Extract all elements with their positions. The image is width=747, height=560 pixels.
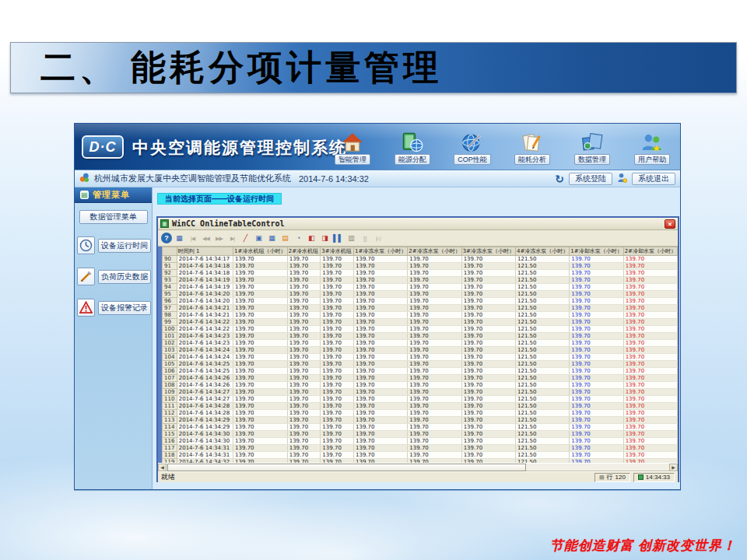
export-end-icon[interactable]: ◨ bbox=[319, 233, 331, 244]
first-row-icon[interactable]: |◀ bbox=[187, 233, 198, 244]
table-row[interactable]: 1082014-7-6 14:34:26139.70139.70139.7013… bbox=[163, 382, 678, 389]
row-number-cell[interactable]: 107 bbox=[163, 375, 177, 382]
table-row[interactable]: 982014-7-6 14:34:21139.70139.70139.70139… bbox=[163, 312, 678, 319]
system-logout-button[interactable]: 系统退出 bbox=[632, 173, 675, 185]
table-row[interactable]: 1032014-7-6 14:34:24139.70139.70139.7013… bbox=[163, 347, 678, 354]
next-page-icon[interactable]: ▶▶ bbox=[213, 233, 225, 244]
collapse-icon[interactable]: |◁ bbox=[372, 233, 384, 244]
table-row[interactable]: 1042014-7-6 14:34:24139.70139.70139.7013… bbox=[163, 354, 678, 361]
row-number-cell[interactable]: 109 bbox=[163, 389, 177, 396]
table-row[interactable]: 902014-7-6 14:34:17139.70139.70139.70139… bbox=[163, 256, 678, 263]
table-row[interactable]: 1012014-7-6 14:34:23139.70139.70139.7013… bbox=[163, 333, 678, 340]
select-columns-icon[interactable]: ▦ bbox=[266, 233, 278, 244]
row-number-cell[interactable]: 106 bbox=[163, 368, 177, 375]
archive-icon[interactable]: ▤ bbox=[279, 233, 291, 244]
column-header[interactable]: 2#冷冻水泵（小时） bbox=[408, 247, 461, 256]
row-number-cell[interactable]: 108 bbox=[163, 382, 177, 389]
row-number-cell[interactable]: 111 bbox=[163, 403, 177, 410]
table-row[interactable]: 1132014-7-6 14:34:29139.70139.70139.7013… bbox=[163, 417, 678, 424]
column-header[interactable]: 时间列 1 bbox=[177, 247, 233, 256]
time-range-icon[interactable]: ◔ bbox=[293, 233, 304, 244]
help-icon[interactable]: ? bbox=[161, 233, 172, 243]
table-row[interactable]: 922014-7-6 14:34:18139.70139.70139.70139… bbox=[163, 270, 678, 277]
table-row[interactable]: 952014-7-6 14:34:20139.70139.70139.70139… bbox=[163, 291, 678, 298]
table-row[interactable]: 1142014-7-6 14:34:29139.70139.70139.7013… bbox=[163, 424, 678, 431]
row-number-cell[interactable]: 112 bbox=[163, 410, 177, 417]
table-row[interactable]: 1102014-7-6 14:34:27139.70139.70139.7013… bbox=[163, 396, 678, 403]
table-config-icon[interactable]: ▦ bbox=[174, 233, 185, 244]
expand-icon[interactable]: [·] bbox=[359, 233, 370, 244]
row-number-cell[interactable]: 118 bbox=[163, 452, 177, 459]
row-number-cell[interactable]: 116 bbox=[163, 438, 177, 445]
table-row[interactable]: 1152014-7-6 14:34:30139.70139.70139.7013… bbox=[163, 431, 678, 438]
print-icon[interactable]: ▥ bbox=[345, 233, 357, 244]
column-header[interactable]: 4#冷冻水泵（小时） bbox=[515, 247, 569, 256]
row-number-cell[interactable]: 100 bbox=[163, 326, 177, 333]
column-header[interactable]: 2#冷却水泵（小时） bbox=[623, 247, 677, 256]
row-number-cell[interactable]: 102 bbox=[163, 340, 177, 347]
row-number-cell[interactable]: 99 bbox=[163, 319, 177, 326]
table-row[interactable]: 1002014-7-6 14:34:22139.70139.70139.7013… bbox=[163, 326, 678, 333]
table-row[interactable]: 1162014-7-6 14:34:30139.70139.70139.7013… bbox=[163, 438, 678, 445]
copy-icon[interactable]: ▣ bbox=[253, 233, 265, 244]
row-number-cell[interactable]: 97 bbox=[163, 305, 177, 312]
row-number-cell[interactable]: 110 bbox=[163, 396, 177, 403]
horizontal-scrollbar[interactable]: ◀ ▶ bbox=[158, 463, 678, 471]
sidebar-item-runtime[interactable]: 设备运行时间 bbox=[77, 236, 152, 254]
close-icon[interactable]: × bbox=[665, 219, 675, 229]
row-number-cell[interactable]: 95 bbox=[163, 291, 177, 298]
system-login-button[interactable]: 系统登陆 bbox=[569, 173, 612, 185]
row-number-cell[interactable]: 96 bbox=[163, 298, 177, 305]
table-row[interactable]: 1182014-7-6 14:34:31139.70139.70139.7013… bbox=[163, 452, 678, 459]
row-number-cell[interactable]: 93 bbox=[163, 277, 177, 284]
row-number-cell[interactable]: 104 bbox=[163, 354, 177, 361]
column-header[interactable]: 3#冷水机组 bbox=[321, 247, 354, 256]
row-number-cell[interactable]: 105 bbox=[163, 361, 177, 368]
scroll-left-icon[interactable]: ◀ bbox=[158, 464, 167, 471]
row-number-cell[interactable]: 114 bbox=[163, 424, 177, 431]
row-number-cell[interactable]: 94 bbox=[163, 284, 177, 291]
sidebar-item-alarm-records[interactable]: 设备报警记录 bbox=[77, 299, 152, 317]
nav-item-energy-analysis[interactable]: 能耗分析 bbox=[507, 128, 557, 165]
table-row[interactable]: 1022014-7-6 14:34:23139.70139.70139.7013… bbox=[163, 340, 678, 347]
table-row[interactable]: 1172014-7-6 14:34:31139.70139.70139.7013… bbox=[163, 445, 678, 452]
table-row[interactable]: 932014-7-6 14:34:19139.70139.70139.70139… bbox=[163, 277, 678, 284]
row-number-cell[interactable]: 117 bbox=[163, 445, 177, 452]
table-row[interactable]: 1072014-7-6 14:34:26139.70139.70139.7013… bbox=[163, 375, 678, 382]
row-number-cell[interactable]: 113 bbox=[163, 417, 177, 424]
table-row[interactable]: 942014-7-6 14:34:19139.70139.70139.70139… bbox=[163, 284, 678, 291]
sidebar-item-load-history[interactable]: 负荷历史数据 bbox=[77, 268, 152, 285]
nav-item-data-management[interactable]: 数据管理 bbox=[567, 128, 617, 165]
sidebar-menu-title-button[interactable]: 数据管理菜单 bbox=[79, 210, 148, 224]
table-row[interactable]: 1062014-7-6 14:34:25139.70139.70139.7013… bbox=[163, 368, 678, 375]
row-number-cell[interactable]: 98 bbox=[163, 312, 177, 319]
edit-pen-icon[interactable]: ╱ bbox=[240, 233, 251, 244]
row-number-cell[interactable]: 101 bbox=[163, 333, 177, 340]
row-number-cell[interactable]: 103 bbox=[163, 347, 177, 354]
table-row[interactable]: 992014-7-6 14:34:22139.70139.70139.70139… bbox=[163, 319, 678, 326]
row-number-cell[interactable]: 92 bbox=[163, 270, 177, 277]
row-number-cell[interactable]: 91 bbox=[163, 263, 177, 270]
nav-item-smart-management[interactable]: 智能管理 bbox=[328, 128, 377, 165]
row-number-cell[interactable]: 115 bbox=[163, 431, 177, 438]
nav-item-energy-allocation[interactable]: 能源分配 bbox=[388, 128, 437, 165]
last-row-icon[interactable]: ▶| bbox=[226, 233, 238, 244]
table-row[interactable]: 1052014-7-6 14:34:25139.70139.70139.7013… bbox=[163, 361, 678, 368]
row-number-cell[interactable]: 90 bbox=[163, 256, 177, 263]
table-row[interactable]: 962014-7-6 14:34:20139.70139.70139.70139… bbox=[163, 298, 678, 305]
column-header[interactable]: 1#冷却水泵（小时） bbox=[570, 247, 623, 256]
table-row[interactable]: 1122014-7-6 14:34:28139.70139.70139.7013… bbox=[163, 410, 678, 417]
table-row[interactable]: 972014-7-6 14:34:21139.70139.70139.70139… bbox=[163, 305, 678, 312]
table-row[interactable]: 1092014-7-6 14:34:27139.70139.70139.7013… bbox=[163, 389, 678, 396]
scroll-right-icon[interactable]: ▶ bbox=[669, 464, 678, 471]
nav-item-user-help[interactable]: 用户帮助 bbox=[627, 128, 677, 165]
table-row[interactable]: 1112014-7-6 14:34:28139.70139.70139.7013… bbox=[163, 403, 678, 410]
scrollbar-thumb[interactable] bbox=[167, 464, 526, 471]
table-row[interactable]: 912014-7-6 14:34:18139.70139.70139.70139… bbox=[163, 263, 678, 270]
column-header[interactable]: 1#冷冻水泵（小时） bbox=[354, 247, 408, 256]
nav-item-cop-performance[interactable]: COP性能 bbox=[447, 128, 497, 165]
prev-page-icon[interactable]: ◀◀ bbox=[200, 233, 212, 244]
pause-icon[interactable]: ▌▌ bbox=[332, 233, 344, 244]
column-header[interactable]: 1#冷水机组（小时） bbox=[233, 247, 288, 256]
column-header[interactable]: 3#冷冻水泵（小时） bbox=[461, 247, 515, 256]
